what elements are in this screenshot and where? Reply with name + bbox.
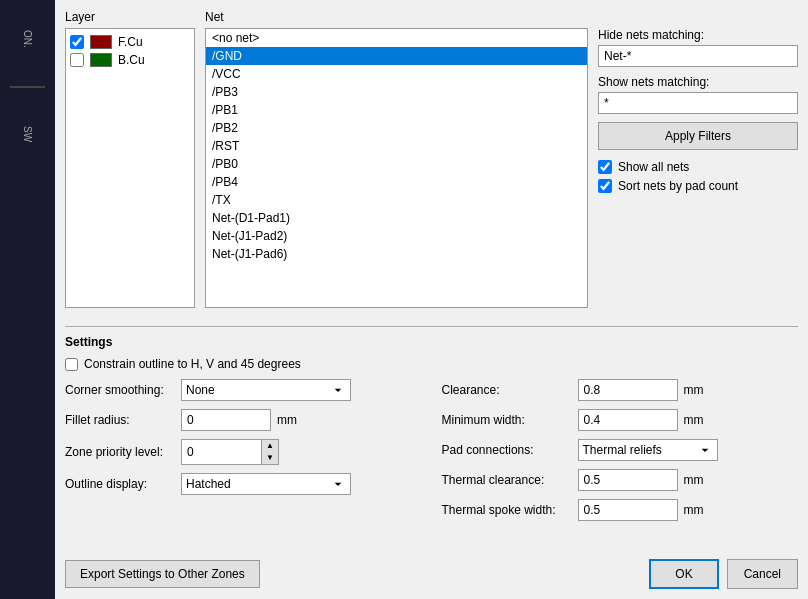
show-all-nets-label: Show all nets bbox=[618, 160, 689, 174]
net-item-gnd[interactable]: /GND bbox=[206, 47, 587, 65]
layer-list: F.Cu B.Cu bbox=[65, 28, 195, 308]
show-nets-label: Show nets matching: bbox=[598, 75, 798, 89]
layer-item-fcu: F.Cu bbox=[70, 33, 190, 51]
layer-fcu-color bbox=[90, 35, 112, 49]
settings-title: Settings bbox=[65, 335, 798, 349]
show-all-nets-row: Show all nets bbox=[598, 160, 798, 174]
layer-bcu-color bbox=[90, 53, 112, 67]
thermal-clearance-label: Thermal clearance: bbox=[442, 473, 572, 487]
settings-section: Settings Constrain outline to H, V and 4… bbox=[65, 335, 798, 549]
net-item-rst[interactable]: /RST bbox=[206, 137, 587, 155]
hide-nets-input[interactable] bbox=[598, 45, 798, 67]
show-all-nets-checkbox[interactable] bbox=[598, 160, 612, 174]
constrain-row: Constrain outline to H, V and 45 degrees bbox=[65, 357, 798, 371]
net-item-vcc[interactable]: /VCC bbox=[206, 65, 587, 83]
thermal-spoke-unit: mm bbox=[684, 503, 704, 517]
bottom-buttons: Export Settings to Other Zones OK Cancel bbox=[65, 559, 798, 589]
settings-left-col: Corner smoothing: None Chamfer Fillet Fi… bbox=[65, 379, 422, 529]
net-item-netd1[interactable]: Net-(D1-Pad1) bbox=[206, 209, 587, 227]
min-width-label: Minimum width: bbox=[442, 413, 572, 427]
thermal-clearance-row: Thermal clearance: mm bbox=[442, 469, 799, 491]
filter-panel: Hide nets matching: Show nets matching: … bbox=[598, 10, 798, 308]
net-item-pb1[interactable]: /PB1 bbox=[206, 101, 587, 119]
thermal-spoke-input[interactable] bbox=[578, 499, 678, 521]
clearance-input[interactable] bbox=[578, 379, 678, 401]
layer-fcu-label: F.Cu bbox=[118, 35, 143, 49]
fillet-radius-unit: mm bbox=[277, 413, 297, 427]
net-item-netj1pad2[interactable]: Net-(J1-Pad2) bbox=[206, 227, 587, 245]
zone-priority-row: Zone priority level: ▲ ▼ bbox=[65, 439, 422, 465]
sort-by-pad-count-label: Sort nets by pad count bbox=[618, 179, 738, 193]
outline-display-row: Outline display: Hatched Edge only Invis… bbox=[65, 473, 422, 495]
layer-fcu-checkbox[interactable] bbox=[70, 35, 84, 49]
zone-priority-buttons: ▲ ▼ bbox=[261, 439, 279, 465]
corner-smoothing-row: Corner smoothing: None Chamfer Fillet bbox=[65, 379, 422, 401]
min-width-unit: mm bbox=[684, 413, 704, 427]
net-item-pb0[interactable]: /PB0 bbox=[206, 155, 587, 173]
zone-priority-label: Zone priority level: bbox=[65, 445, 175, 459]
sort-by-pad-count-checkbox[interactable] bbox=[598, 179, 612, 193]
fillet-radius-label: Fillet radius: bbox=[65, 413, 175, 427]
clearance-label: Clearance: bbox=[442, 383, 572, 397]
layer-panel: Layer F.Cu B.Cu bbox=[65, 10, 195, 308]
constrain-checkbox[interactable] bbox=[65, 358, 78, 371]
min-width-row: Minimum width: mm bbox=[442, 409, 799, 431]
net-item-pb2[interactable]: /PB2 bbox=[206, 119, 587, 137]
settings-grid: Corner smoothing: None Chamfer Fillet Fi… bbox=[65, 379, 798, 529]
zone-priority-spinner: ▲ ▼ bbox=[181, 439, 279, 465]
thermal-spoke-label: Thermal spoke width: bbox=[442, 503, 572, 517]
fillet-radius-input[interactable] bbox=[181, 409, 271, 431]
show-nets-input[interactable] bbox=[598, 92, 798, 114]
ok-cancel-group: OK Cancel bbox=[649, 559, 798, 589]
net-list[interactable]: <no net> /GND /VCC /PB3 /PB1 /PB2 /RST /… bbox=[205, 28, 588, 308]
net-item-netj1pad6[interactable]: Net-(J1-Pad6) bbox=[206, 245, 587, 263]
sort-by-pad-count-row: Sort nets by pad count bbox=[598, 179, 798, 193]
layer-bcu-checkbox[interactable] bbox=[70, 53, 84, 67]
apply-filters-button[interactable]: Apply Filters bbox=[598, 122, 798, 150]
pad-connections-row: Pad connections: Thermal reliefs Solid N… bbox=[442, 439, 799, 461]
zone-priority-down[interactable]: ▼ bbox=[262, 452, 278, 464]
hide-nets-label: Hide nets matching: bbox=[598, 28, 798, 42]
pad-connections-label: Pad connections: bbox=[442, 443, 572, 457]
section-divider bbox=[65, 326, 798, 327]
layer-item-bcu: B.Cu bbox=[70, 51, 190, 69]
left-sidebar: ON. SW bbox=[0, 0, 55, 599]
main-dialog: Layer F.Cu B.Cu Net <no net> /GND bbox=[55, 0, 808, 599]
net-item-pb4[interactable]: /PB4 bbox=[206, 173, 587, 191]
thermal-clearance-input[interactable] bbox=[578, 469, 678, 491]
outline-display-label: Outline display: bbox=[65, 477, 175, 491]
zone-priority-input[interactable] bbox=[181, 439, 261, 465]
top-section: Layer F.Cu B.Cu Net <no net> /GND bbox=[65, 10, 798, 308]
clearance-unit: mm bbox=[684, 383, 704, 397]
export-settings-button[interactable]: Export Settings to Other Zones bbox=[65, 560, 260, 588]
corner-smoothing-select[interactable]: None Chamfer Fillet bbox=[181, 379, 351, 401]
settings-right-col: Clearance: mm Minimum width: mm Pad conn… bbox=[442, 379, 799, 529]
cancel-button[interactable]: Cancel bbox=[727, 559, 798, 589]
min-width-input[interactable] bbox=[578, 409, 678, 431]
net-panel: Net <no net> /GND /VCC /PB3 /PB1 /PB2 /R… bbox=[205, 10, 588, 308]
clearance-row: Clearance: mm bbox=[442, 379, 799, 401]
corner-smoothing-label: Corner smoothing: bbox=[65, 383, 175, 397]
layer-bcu-label: B.Cu bbox=[118, 53, 145, 67]
fillet-radius-row: Fillet radius: mm bbox=[65, 409, 422, 431]
net-item-pb3[interactable]: /PB3 bbox=[206, 83, 587, 101]
layer-panel-title: Layer bbox=[65, 10, 195, 24]
net-item-nonet[interactable]: <no net> bbox=[206, 29, 587, 47]
net-panel-title: Net bbox=[205, 10, 588, 24]
constrain-label: Constrain outline to H, V and 45 degrees bbox=[84, 357, 301, 371]
outline-display-select[interactable]: Hatched Edge only Invisible bbox=[181, 473, 351, 495]
pad-connections-select[interactable]: Thermal reliefs Solid None bbox=[578, 439, 718, 461]
ok-button[interactable]: OK bbox=[649, 559, 718, 589]
thermal-spoke-row: Thermal spoke width: mm bbox=[442, 499, 799, 521]
net-item-tx[interactable]: /TX bbox=[206, 191, 587, 209]
zone-priority-up[interactable]: ▲ bbox=[262, 440, 278, 452]
thermal-clearance-unit: mm bbox=[684, 473, 704, 487]
